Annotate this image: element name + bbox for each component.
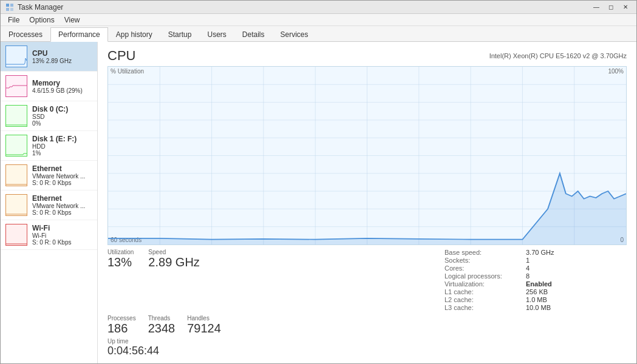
eth2-info: Ethernet VMware Network ... S: 0 R: 0 Kb… (32, 194, 92, 216)
tab-users[interactable]: Users (199, 27, 234, 41)
sockets-row: Sockets: 1 (445, 257, 627, 264)
disk0-info: Disk 0 (C:) SSD 0% (32, 105, 92, 127)
logical-label: Logical processors: (445, 272, 523, 280)
speed-value: 2.89 GHz (148, 255, 199, 269)
l1-label: L1 cache: (445, 288, 523, 295)
tab-details[interactable]: Details (234, 27, 273, 41)
eth2-sub2: S: 0 R: 0 Kbps (32, 209, 92, 216)
sidebar-item-memory[interactable]: Memory 4.6/15.9 GB (29%) (1, 72, 97, 101)
svg-rect-2 (6, 8, 9, 11)
cores-label: Cores: (445, 265, 523, 272)
processes-threads-handles: Processes 186 Threads 2348 Handles 79124 (107, 315, 627, 335)
handles-value: 79124 (187, 322, 221, 335)
logical-row: Logical processors: 8 (445, 272, 627, 280)
detail-title: CPU (107, 48, 135, 64)
l2-value: 1.0 MB (526, 296, 547, 303)
minimize-button[interactable]: — (590, 2, 602, 12)
menu-bar: File Options View (1, 14, 636, 26)
sockets-label: Sockets: (445, 257, 523, 264)
sidebar-item-wifi[interactable]: Wi-Fi Wi-Fi S: 0 R: 0 Kbps (1, 220, 97, 250)
tab-app-history[interactable]: App history (108, 27, 160, 41)
eth1-thumbnail (5, 164, 27, 186)
disk0-sub1: SSD (32, 113, 92, 120)
window-controls: — ◻ ✕ (590, 2, 632, 12)
svg-rect-0 (6, 4, 9, 7)
virt-row: Virtualization: Enabled (445, 280, 627, 288)
tabs-bar: Processes Performance App history Startu… (1, 26, 636, 42)
uptime-group: Up time 0:04:56:44 (107, 338, 627, 357)
wifi-sub1: Wi-Fi (32, 232, 92, 239)
virt-label: Virtualization: (445, 280, 523, 288)
threads-group: Threads 2348 (148, 315, 175, 335)
eth1-title: Ethernet (32, 164, 92, 173)
base-speed-value: 3.70 GHz (526, 249, 554, 256)
close-button[interactable]: ✕ (619, 2, 632, 12)
disk1-thumbnail (5, 135, 27, 157)
l1-value: 256 KB (526, 288, 548, 295)
tab-processes[interactable]: Processes (1, 27, 50, 41)
virt-value: Enabled (526, 280, 552, 288)
memory-thumbnail (5, 75, 27, 97)
stats-utilization-speed: Utilization 13% Speed 2.89 GHz Base spee… (107, 249, 627, 311)
eth2-title: Ethernet (32, 194, 92, 203)
processes-value: 186 (107, 322, 136, 335)
cpu-thumbnail (5, 46, 27, 67)
l3-row: L3 cache: 10.0 MB (445, 304, 627, 311)
memory-value: 4.6/15.9 GB (29%) (32, 87, 92, 94)
wifi-info: Wi-Fi Wi-Fi S: 0 R: 0 Kbps (32, 224, 92, 246)
sidebar-item-cpu[interactable]: CPU 13% 2.89 GHz (1, 42, 97, 72)
eth2-thumbnail (5, 194, 27, 216)
disk0-sub2: 0% (32, 120, 92, 127)
threads-label: Threads (148, 315, 175, 322)
wifi-sub2: S: 0 R: 0 Kbps (32, 239, 92, 246)
stats-table: Base speed: 3.70 GHz Sockets: 1 Cores: 4… (445, 249, 627, 311)
eth1-info: Ethernet VMware Network ... S: 0 R: 0 Kb… (32, 164, 92, 186)
eth2-sub1: VMware Network ... (32, 203, 92, 209)
title-bar-left: Task Manager (5, 3, 63, 12)
base-speed-row: Base speed: 3.70 GHz (445, 249, 627, 256)
l3-value: 10.0 MB (526, 304, 551, 311)
cpu-chart: % Utilization 100% 0 60 seconds (107, 66, 627, 245)
disk1-sub2: 1% (32, 150, 92, 157)
title-bar: Task Manager — ◻ ✕ (1, 1, 636, 14)
memory-info: Memory 4.6/15.9 GB (29%) (32, 79, 92, 94)
base-speed-label: Base speed: (445, 249, 523, 256)
chart-svg (108, 67, 626, 244)
tab-services[interactable]: Services (273, 27, 316, 41)
restore-button[interactable]: ◻ (605, 2, 617, 12)
tab-performance[interactable]: Performance (50, 27, 108, 42)
menu-options[interactable]: Options (24, 15, 59, 25)
uptime-label: Up time (107, 338, 627, 345)
disk0-title: Disk 0 (C:) (32, 105, 92, 113)
wifi-thumbnail (5, 224, 27, 246)
sidebar-item-eth1[interactable]: Ethernet VMware Network ... S: 0 R: 0 Kb… (1, 161, 97, 190)
menu-view[interactable]: View (60, 15, 85, 25)
sidebar-item-disk1[interactable]: Disk 1 (E: F:) HDD 1% (1, 131, 97, 161)
cpu-value: 13% 2.89 GHz (32, 58, 92, 64)
tab-startup[interactable]: Startup (160, 27, 200, 41)
eth1-sub1: VMware Network ... (32, 173, 92, 180)
utilization-value: 13% (107, 255, 134, 269)
cpu-name: Intel(R) Xeon(R) CPU E5-1620 v2 @ 3.70GH… (489, 52, 627, 59)
svg-rect-1 (10, 4, 13, 7)
l1-row: L1 cache: 256 KB (445, 288, 627, 295)
detail-header: CPU Intel(R) Xeon(R) CPU E5-1620 v2 @ 3.… (107, 48, 627, 64)
detail-panel: CPU Intel(R) Xeon(R) CPU E5-1620 v2 @ 3.… (98, 42, 636, 363)
disk0-thumbnail (5, 105, 27, 127)
handles-label: Handles (187, 315, 221, 322)
sidebar-item-eth2[interactable]: Ethernet VMware Network ... S: 0 R: 0 Kb… (1, 190, 97, 220)
disk1-info: Disk 1 (E: F:) HDD 1% (32, 135, 92, 157)
menu-file[interactable]: File (3, 15, 24, 25)
l2-row: L2 cache: 1.0 MB (445, 296, 627, 303)
processes-group: Processes 186 (107, 315, 136, 335)
stat-speed: Speed 2.89 GHz (148, 249, 199, 311)
cpu-title: CPU (32, 49, 92, 58)
utilization-label: Utilization (107, 249, 134, 255)
handles-group: Handles 79124 (187, 315, 221, 335)
sidebar-item-disk0[interactable]: Disk 0 (C:) SSD 0% (1, 101, 97, 131)
speed-label: Speed (148, 249, 199, 255)
memory-title: Memory (32, 79, 92, 87)
svg-rect-3 (10, 8, 13, 11)
sockets-value: 1 (526, 257, 530, 264)
task-manager-window: Task Manager — ◻ ✕ File Options View Pro… (0, 0, 637, 364)
